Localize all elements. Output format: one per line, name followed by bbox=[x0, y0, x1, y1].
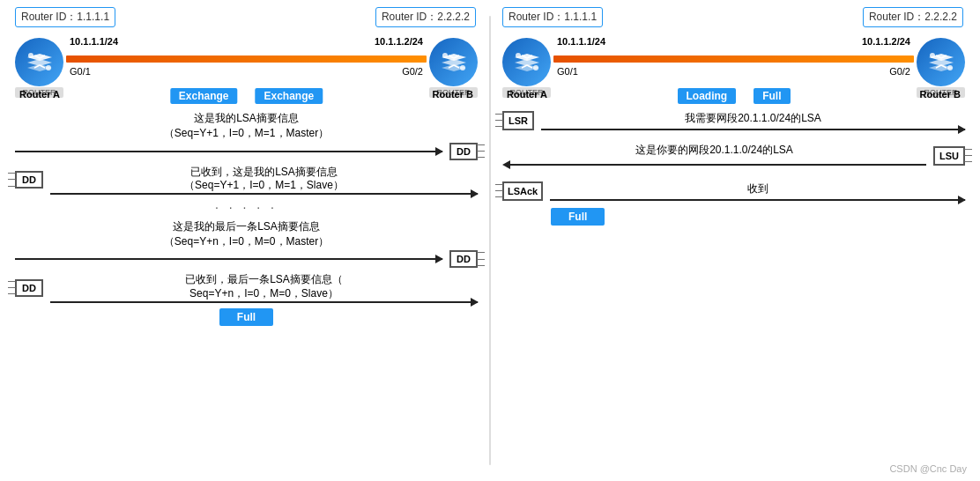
left-dd-2-envelope: ——— DD bbox=[15, 171, 43, 189]
svg-point-4 bbox=[516, 53, 521, 58]
left-router-area: ROUTER 10.1.1.1/24 10.1.1.2/24 G0/1 G0/2 bbox=[15, 29, 478, 104]
right-router-a-name: Router A bbox=[507, 89, 547, 100]
right-states: Loading Full bbox=[678, 88, 791, 104]
left-final-state: Full bbox=[15, 308, 478, 326]
svg-point-1 bbox=[46, 65, 51, 70]
right-msg-3: ——— LSAck 收到 bbox=[502, 181, 965, 201]
left-msg-1-text: 这是我的LSA摘要信息 （Seq=Y+1，I=0，M=1，Master） bbox=[15, 111, 478, 141]
left-router-a-id: Router ID：1.1.1.1 bbox=[15, 7, 115, 27]
right-router-a-icon: ROUTER bbox=[502, 38, 551, 86]
right-router-b-icon: ROUTER bbox=[917, 38, 965, 86]
left-port-a: G0/1 bbox=[70, 66, 91, 77]
left-msg-1: 这是我的LSA摘要信息 （Seq=Y+1，I=0，M=1，Master） DD … bbox=[15, 111, 478, 160]
svg-point-6 bbox=[930, 53, 935, 58]
right-ip-a: 10.1.1.1/24 bbox=[557, 36, 605, 47]
left-msg-2-arrow: ——— DD 已收到，这是我的LSA摘要信息 （Seq=Y+1，I=0，M=1，… bbox=[15, 166, 478, 195]
right-panel: Router ID：1.1.1.1 Router ID：2.2.2.2 bbox=[498, 7, 969, 474]
left-ip-b: 10.1.1.2/24 bbox=[375, 36, 423, 47]
left-dotted: · · · · · bbox=[15, 200, 478, 214]
left-dd-1-envelope: DD ——— bbox=[449, 143, 478, 160]
right-port-b: G0/2 bbox=[889, 66, 910, 77]
right-port-a: G0/1 bbox=[557, 66, 578, 77]
left-router-b-icon: ROUTER bbox=[429, 38, 478, 86]
left-msg-4-arrow: ——— DD 已收到，最后一条LSA摘要信息（ Seq=Y+n，I=0，M=0，… bbox=[15, 273, 478, 302]
svg-point-5 bbox=[533, 65, 538, 70]
left-msg-3-text: 这是我的最后一条LSA摘要信息 （Seq=Y+n，I=0，M=0，Master） bbox=[15, 219, 478, 249]
left-port-b: G0/2 bbox=[402, 66, 423, 77]
left-msg-4: ——— DD 已收到，最后一条LSA摘要信息（ Seq=Y+n，I=0，M=0，… bbox=[15, 273, 478, 302]
left-states: Exchange Exchange bbox=[170, 88, 323, 104]
right-lsu-envelope: LSU ——— bbox=[933, 146, 965, 166]
left-msg-3-arrow: DD ——— bbox=[15, 250, 478, 268]
panel-divider bbox=[489, 16, 491, 465]
left-router-b-name: Router B bbox=[433, 89, 473, 100]
right-flow: ——— LSR 我需要网段20.1.1.0/24的LSA bbox=[502, 111, 965, 226]
right-lsack-envelope: ——— LSAck bbox=[502, 181, 543, 201]
left-msg-3: 这是我的最后一条LSA摘要信息 （Seq=Y+n，I=0，M=0，Master）… bbox=[15, 219, 478, 269]
left-router-b-id: Router ID：2.2.2.2 bbox=[375, 7, 476, 27]
left-flow: 这是我的LSA摘要信息 （Seq=Y+1，I=0，M=1，Master） DD … bbox=[15, 111, 478, 326]
watermark: CSDN @Cnc Day bbox=[889, 463, 967, 474]
left-ip-a: 10.1.1.1/24 bbox=[70, 36, 118, 47]
right-router-area: ROUTER 10.1.1.1/24 10.1.1.2/24 G0/1 G0/2 bbox=[502, 29, 965, 104]
right-router-b-id: Router ID：2.2.2.2 bbox=[863, 7, 963, 27]
right-router-b-name: Router B bbox=[920, 89, 961, 100]
right-msg-1-text: 我需要网段20.1.1.0/24的LSA bbox=[541, 111, 965, 126]
svg-point-0 bbox=[28, 53, 33, 58]
left-link-bar bbox=[66, 56, 427, 63]
right-msg-2: 这是你要的网段20.1.1.0/24的LSA LSU ——— bbox=[502, 143, 965, 169]
left-msg-2: ——— DD 已收到，这是我的LSA摘要信息 （Seq=Y+1，I=0，M=1，… bbox=[15, 166, 478, 195]
left-panel: Router ID：1.1.1.1 Router ID：2.2.2.2 bbox=[11, 7, 482, 474]
right-ip-b: 10.1.1.2/24 bbox=[862, 36, 910, 47]
left-msg-1-arrow: DD ——— bbox=[15, 143, 478, 160]
left-dd-4-envelope: ——— DD bbox=[15, 279, 43, 297]
svg-point-7 bbox=[947, 65, 953, 70]
right-final-state: Full bbox=[502, 208, 965, 226]
right-lsr-envelope: ——— LSR bbox=[502, 111, 534, 130]
right-msg-3-text: 收到 bbox=[550, 181, 965, 196]
left-router-a-name: Router A bbox=[19, 89, 60, 100]
right-msg-2-text: 这是你要的网段20.1.1.0/24的LSA bbox=[502, 143, 926, 158]
right-link-bar bbox=[553, 56, 914, 63]
svg-point-2 bbox=[442, 53, 448, 58]
right-router-a-id: Router ID：1.1.1.1 bbox=[502, 7, 603, 27]
left-dd-3-envelope: DD ——— bbox=[449, 250, 478, 268]
svg-point-3 bbox=[460, 65, 465, 70]
right-msg-1: ——— LSR 我需要网段20.1.1.0/24的LSA bbox=[502, 111, 965, 130]
left-router-a-icon: ROUTER bbox=[15, 38, 63, 86]
